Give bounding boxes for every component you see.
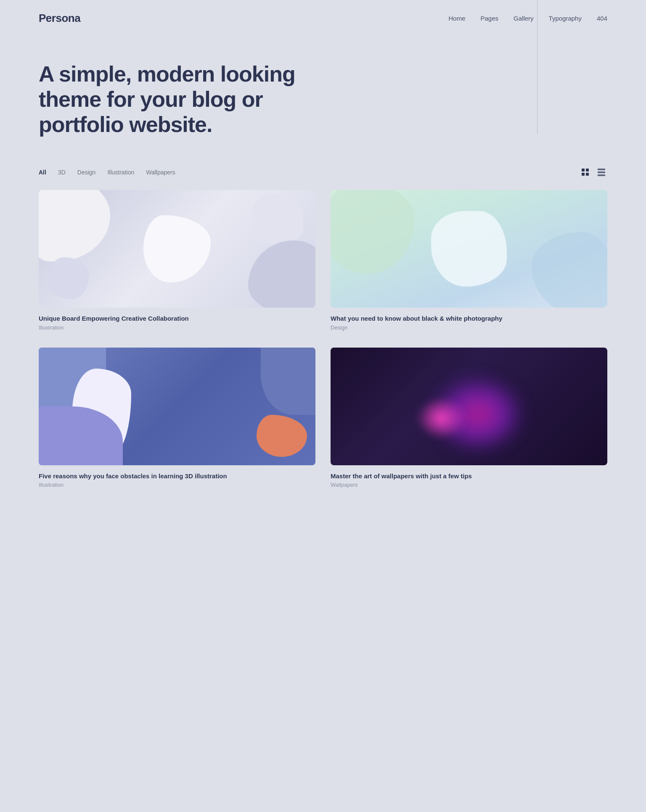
logo[interactable]: Persona (39, 12, 80, 25)
thumb-2-center (431, 211, 507, 287)
svg-rect-1 (586, 169, 589, 171)
gallery-item-category-2: Design (331, 324, 607, 331)
filter-bar: All 3D Design Illustration Wallpapers (0, 166, 646, 178)
gallery-thumb-3 (39, 348, 315, 465)
nav-item-home[interactable]: Home (449, 15, 466, 22)
thumb-1-shape3 (47, 257, 89, 299)
thumb-4-glow2 (416, 397, 466, 439)
filter-tab-wallpapers[interactable]: Wallpapers (146, 169, 175, 176)
gallery-thumb-2 (331, 190, 607, 308)
gallery-thumb-1 (39, 190, 315, 308)
gallery-item-title-2: What you need to know about black & whit… (331, 314, 607, 323)
nav-item-404[interactable]: 404 (597, 15, 607, 22)
svg-rect-4 (598, 169, 605, 170)
gallery-item-title-3: Five reasons why you face obstacles in l… (39, 472, 315, 480)
gallery-item-2[interactable]: What you need to know about black & whit… (331, 190, 607, 331)
thumb-1-shape2 (252, 194, 303, 245)
gallery-item-1[interactable]: Unique Board Empowering Creative Collabo… (39, 190, 315, 331)
gallery-item-title-4: Master the art of wallpapers with just a… (331, 472, 607, 480)
gallery-item-4[interactable]: Master the art of wallpapers with just a… (331, 348, 607, 488)
nav-item-typography[interactable]: Typography (549, 15, 582, 22)
gallery-item-3[interactable]: Five reasons why you face obstacles in l… (39, 348, 315, 488)
thumb-3-shape5 (261, 348, 315, 415)
svg-rect-2 (582, 173, 585, 176)
svg-rect-6 (598, 174, 605, 176)
hero-heading: A simple, modern looking theme for your … (39, 62, 325, 137)
list-view-icon[interactable] (596, 166, 607, 178)
thumb-1-shape-center (143, 215, 211, 282)
filter-tab-design[interactable]: Design (77, 169, 96, 176)
filter-tab-all[interactable]: All (39, 169, 46, 176)
gallery-item-category-1: Illustration (39, 324, 315, 331)
filter-tab-illustration[interactable]: Illustration (107, 169, 134, 176)
gallery-item-category-4: Wallpapers (331, 482, 607, 488)
main-nav: Home Pages Gallery Typography 404 (449, 15, 608, 22)
nav-item-pages[interactable]: Pages (481, 15, 499, 22)
filter-tab-3d[interactable]: 3D (58, 169, 66, 176)
gallery-item-category-3: Illustration (39, 482, 315, 488)
gallery-item-title-1: Unique Board Empowering Creative Collabo… (39, 314, 315, 323)
view-toggle (580, 166, 607, 178)
svg-rect-3 (586, 173, 589, 176)
gallery-grid: Unique Board Empowering Creative Collabo… (0, 190, 646, 488)
svg-rect-0 (582, 169, 585, 171)
thumb-3-shape4 (257, 415, 307, 457)
grid-view-icon[interactable] (580, 166, 591, 178)
svg-rect-5 (598, 171, 605, 173)
hero-section: A simple, modern looking theme for your … (0, 37, 646, 154)
nav-item-gallery[interactable]: Gallery (514, 15, 534, 22)
filter-tabs: All 3D Design Illustration Wallpapers (39, 169, 175, 176)
gallery-thumb-4 (331, 348, 607, 465)
site-header: Persona Home Pages Gallery Typography 40… (0, 0, 646, 37)
